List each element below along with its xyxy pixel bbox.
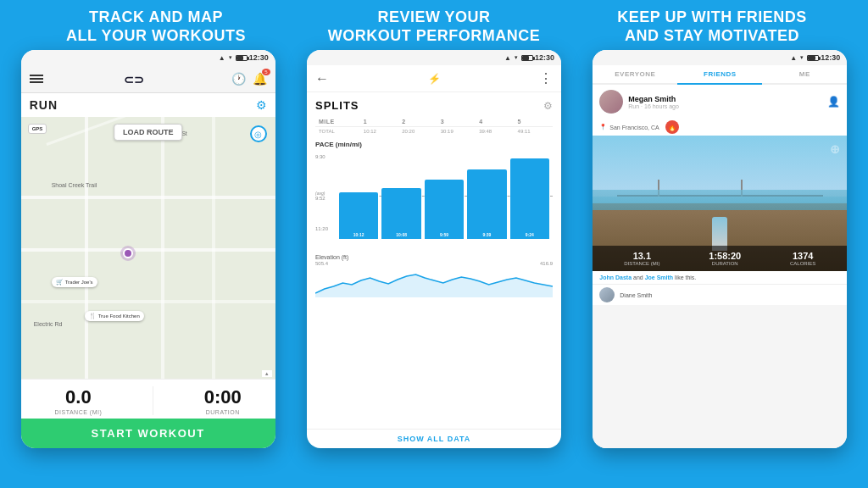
col-header-4: 4 bbox=[476, 117, 514, 127]
map-label-1: Shoal Creek Trail bbox=[52, 182, 97, 188]
follow-icon[interactable]: 👤 bbox=[827, 96, 840, 108]
total-val-3: 30:19 bbox=[437, 127, 476, 136]
post-duration-lbl: DURATION bbox=[709, 261, 741, 266]
bar-fill-2 bbox=[381, 188, 420, 239]
signal-icon-3: ▲ bbox=[790, 54, 797, 62]
poi-trader-joes: 🛒 Trader Joe's bbox=[52, 277, 97, 287]
liker-1[interactable]: John Dasta bbox=[599, 274, 632, 280]
comment-row: Diane Smith bbox=[593, 284, 847, 305]
status-icons-3: ▲ ▾ 12:30 bbox=[790, 53, 840, 62]
post-distance-val: 13.1 bbox=[624, 251, 659, 261]
elevation-label: Elevation (ft) bbox=[315, 254, 348, 260]
panel3-title: KEEP UP WITH FRIENDSAND STAY MOTIVATED bbox=[573, 8, 851, 45]
load-route-button[interactable]: LOAD ROUTE bbox=[114, 124, 183, 141]
tab-friends[interactable]: FRIENDS bbox=[677, 65, 762, 85]
y-label-top: 9:30 bbox=[315, 154, 326, 159]
col-header-mile: MILE bbox=[315, 117, 360, 127]
col-header-1: 1 bbox=[360, 117, 398, 127]
battery-icon-2 bbox=[521, 55, 533, 61]
post-duration-val: 1:58:20 bbox=[709, 251, 741, 261]
bar-3: 9:59 bbox=[425, 180, 464, 239]
bar-fill-4 bbox=[467, 169, 506, 239]
map-background: Shoal Creek Trail W 33rd St Electric Rd … bbox=[21, 117, 275, 379]
phone2-navbar: ← ⚡ ⋮ bbox=[307, 65, 561, 92]
notification-badge: 5 bbox=[262, 69, 270, 75]
kudos-button[interactable]: 🔥 bbox=[665, 120, 679, 134]
post-card-megan: Megan Smith Run · 16 hours ago 👤 📍 San F… bbox=[593, 85, 847, 305]
duration-stat: 0:00 DURATION bbox=[204, 386, 242, 415]
locate-me-button[interactable]: ◎ bbox=[250, 125, 267, 142]
post-image: ⊕ 13.1 DISTANCE (MI) 1:58:20 DURATION 13… bbox=[593, 136, 847, 271]
post-distance-lbl: DISTANCE (MI) bbox=[624, 261, 659, 266]
phone3: ▲ ▾ 12:30 EVERYONE FRIENDS ME Megan bbox=[593, 50, 847, 448]
ua-logo-svg: ⊂⊃ bbox=[124, 70, 151, 87]
author-avatar bbox=[599, 90, 623, 114]
elevation-indicator: ▲ bbox=[262, 370, 272, 377]
panel1-title: TRACK AND MAPALL YOUR WORKOUTS bbox=[17, 8, 295, 45]
header-row: TRACK AND MAPALL YOUR WORKOUTS REVIEW YO… bbox=[0, 0, 868, 50]
poi-true-food: 🍴 True Food Kitchen bbox=[85, 311, 144, 321]
distance-label: DISTANCE (MI) bbox=[55, 409, 103, 415]
total-val-1: 10:12 bbox=[360, 127, 398, 136]
gps-box: GPS bbox=[28, 124, 47, 134]
show-all-data-button[interactable]: SHOW ALL DATA bbox=[398, 435, 471, 443]
road-v2 bbox=[161, 117, 164, 379]
bar-1: 10:12 bbox=[339, 192, 378, 239]
col-header-3: 3 bbox=[437, 117, 476, 127]
road-h1 bbox=[21, 196, 275, 199]
signal-icon: ▲ bbox=[219, 54, 225, 62]
settings-icon[interactable]: ⚙ bbox=[256, 98, 267, 112]
poi-label-1: Trader Joe's bbox=[65, 280, 93, 285]
crosshair-icon: ◎ bbox=[254, 130, 262, 139]
phone1: ▲ ▾ 12:30 ⊂⊃ 🕐 🔔 bbox=[21, 50, 275, 448]
start-workout-button[interactable]: START WORKOUT bbox=[21, 419, 275, 448]
show-all-data-section: SHOW ALL DATA bbox=[307, 429, 561, 448]
status-time-1: 12:30 bbox=[249, 53, 269, 62]
clock-icon[interactable]: 🕐 bbox=[231, 72, 246, 86]
bar-label-3: 9:59 bbox=[425, 232, 464, 237]
wifi-icon-1: ▾ bbox=[229, 54, 232, 61]
pace-label: PACE (min/mi) bbox=[315, 141, 553, 148]
total-val-2: 20:20 bbox=[398, 127, 437, 136]
splits-gear-icon[interactable]: ⚙ bbox=[543, 100, 553, 112]
splits-table: MILE 1 2 3 4 5 TOTAL 10:12 20:20 30:19 3… bbox=[315, 117, 553, 136]
distance-value: 0.0 bbox=[55, 386, 103, 408]
location-text: San Francisco, CA bbox=[609, 125, 659, 130]
tab-everyone[interactable]: EVERYONE bbox=[593, 65, 677, 83]
bar-2: 10:08 bbox=[381, 188, 420, 239]
more-options-button[interactable]: ⋮ bbox=[539, 70, 553, 86]
user-location-dot bbox=[123, 248, 133, 258]
liker-2[interactable]: Joe Smith bbox=[645, 274, 673, 280]
pace-chart: 9:30 9:52 11:20 (avg) 10:12 bbox=[315, 150, 553, 252]
phone2: ▲ ▾ 12:30 ← ⚡ ⋮ SPLITS ⚙ MILE 1 bbox=[307, 50, 561, 448]
col-header-5: 5 bbox=[515, 117, 553, 127]
phones-container: ▲ ▾ 12:30 ⊂⊃ 🕐 🔔 bbox=[0, 50, 868, 448]
avg-line-label: (avg) bbox=[315, 191, 325, 196]
bell-icon[interactable]: 🔔 5 bbox=[253, 72, 267, 86]
y-label-bot: 11:20 bbox=[315, 226, 328, 231]
status-icons-2: ▲ ▾ 12:30 bbox=[504, 53, 554, 62]
status-time-3: 12:30 bbox=[821, 53, 840, 62]
social-feed: Megan Smith Run · 16 hours ago 👤 📍 San F… bbox=[593, 85, 847, 448]
splits-header: SPLITS ⚙ bbox=[315, 99, 553, 112]
y-label-mid: 9:52 bbox=[315, 196, 326, 201]
status-bar-1: ▲ ▾ 12:30 bbox=[21, 50, 275, 65]
panel2-title: REVIEW YOURWORKOUT PERFORMANCE bbox=[295, 8, 573, 45]
bar-label-5: 9:24 bbox=[510, 232, 549, 237]
bar-4: 9:39 bbox=[467, 169, 506, 239]
poi-label-2: True Food Kitchen bbox=[98, 313, 140, 319]
commenter-name: Diane Smith bbox=[620, 292, 652, 298]
post-author: Megan Smith bbox=[628, 95, 822, 103]
map-container[interactable]: Shoal Creek Trail W 33rd St Electric Rd … bbox=[21, 117, 275, 379]
run-label: RUN bbox=[30, 98, 58, 112]
total-val-5: 49:11 bbox=[515, 127, 553, 136]
back-button[interactable]: ← bbox=[315, 71, 329, 86]
hamburger-menu[interactable] bbox=[30, 75, 43, 83]
ua-logo-2: ⚡ bbox=[428, 73, 440, 85]
map-label-3: Electric Rd bbox=[34, 321, 63, 327]
road-h2 bbox=[21, 248, 275, 252]
elevation-chart bbox=[315, 268, 553, 297]
post-stat-calories: 1374 CALORIES bbox=[790, 251, 815, 266]
tab-me[interactable]: ME bbox=[762, 65, 847, 83]
status-time-2: 12:30 bbox=[535, 53, 554, 62]
